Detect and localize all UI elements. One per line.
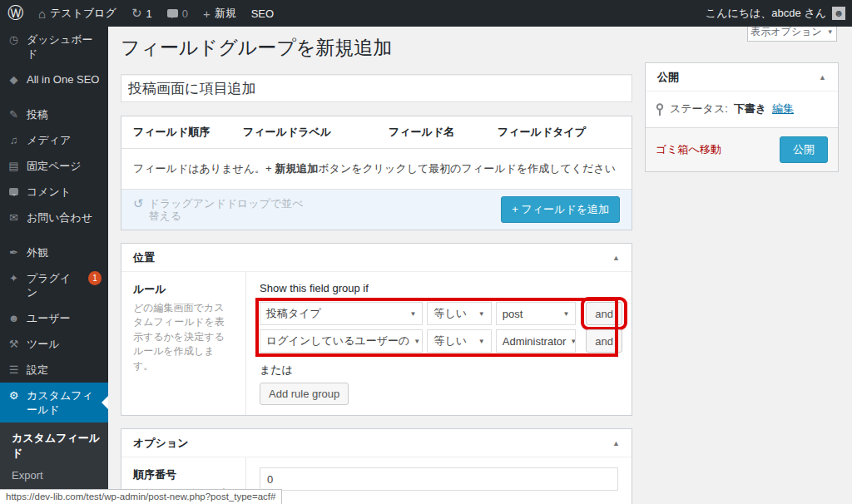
column-header-field-label: フィールドラベル [243,125,389,140]
updates-icon: ↻ [131,6,142,21]
rule1-value-select[interactable]: post ▼ [496,302,577,325]
wordpress-logo-menu[interactable]: Ⓦ [0,0,31,27]
collapse-panel-icon[interactable]: ▲ [819,73,826,82]
rule1-value: post [503,308,523,320]
sidebar-item-comments[interactable]: コメント [0,179,108,205]
media-icon: ♫ [7,133,20,147]
order-field-column [246,457,632,504]
publish-status-row: ステータス: 下書き 編集 [646,91,838,127]
home-icon: ⌂ [38,7,46,21]
rule2-operator-select[interactable]: 等しい ▼ [427,329,491,353]
location-panel-header[interactable]: 位置 ▲ [121,244,632,272]
rule1-param-value: 投稿タイプ [266,306,321,321]
options-panel-header[interactable]: オプション ▲ [121,429,632,457]
sidebar-item-aioseo[interactable]: ◆ All in One SEO [0,67,108,92]
sidebar-item-dashboard[interactable]: ◷ ダッシュボード [0,27,108,67]
sidebar-item-label: プラグイン [27,271,78,299]
drag-drop-hint-label: ドラッグアンドドロップで並べ替える [149,197,312,222]
admin-sidebar: ◷ ダッシュボード ◆ All in One SEO ✎ 投稿 ♫ メディア ▤… [0,27,108,504]
plugins-update-badge: 1 [88,271,102,285]
column-header-field-name: フィールド名 [389,125,498,140]
browser-link-preview: https://dev-lib.com/test/wp-admin/post-n… [0,489,282,504]
chevron-down-icon: ▼ [414,338,420,345]
user-greeting[interactable]: こんにちは、abcde さん [706,6,826,21]
pushpin-icon: ✎ [7,107,20,121]
sidebar-item-label: メディア [27,133,71,147]
sidebar-item-label: 設定 [27,363,48,377]
collapse-panel-icon[interactable]: ▲ [612,439,620,447]
comment-bubble-icon [7,185,20,199]
field-group-title-input[interactable] [121,74,632,102]
submenu-item-export[interactable]: Export [0,465,108,486]
seo-menu[interactable]: SEO [244,0,281,27]
publish-actions-row: ゴミ箱へ移動 公開 [646,127,838,171]
rule1-operator-select[interactable]: 等しい ▼ [427,302,491,325]
submenu-item-custom-fields[interactable]: カスタムフィールド [0,427,108,465]
sidebar-item-label: ダッシュボード [27,32,102,61]
sidebar-item-label: All in One SEO [27,72,99,86]
main-content: フィールドグループを新規追加 フィールド順序 フィールドラベル フィールド名 フ… [121,35,632,504]
rule2-value: Administrator [503,335,567,348]
status-value: 下書き [734,101,766,116]
rule1-and-button[interactable]: and [586,302,622,325]
rule2-value-select[interactable]: Administrator ▼ [496,329,577,353]
plus-icon: + [203,7,211,21]
no-fields-message-post: ボタンをクリックして最初のフィールドを作成してください [318,162,616,175]
sidebar-item-label: お問い合わせ [27,210,92,225]
rule2-operator-value: 等しい [433,334,467,348]
menu-separator [0,230,108,240]
updates-menu[interactable]: ↻ 1 [124,0,160,27]
collapse-panel-icon[interactable]: ▲ [612,254,620,262]
publish-button[interactable]: 公開 [780,136,828,163]
no-fields-message-bold: 新規追加 [275,162,318,175]
status-label: ステータス: [670,101,728,116]
drag-drop-hint: ↺ ドラッグアンドドロップで並べ替える [133,197,312,222]
add-rule-group-button[interactable]: Add rule group [260,383,349,405]
new-content-menu[interactable]: + 新規 [196,0,244,27]
sidebar-item-pages[interactable]: ▤ 固定ページ [0,153,108,179]
rule2-and-button[interactable]: and [586,329,622,353]
sidebar-item-label: 固定ページ [27,159,82,173]
publish-panel-header[interactable]: 公開 ▲ [646,63,838,91]
rule2-param-select[interactable]: ログインしているユーザーの ▼ [260,329,423,353]
publish-panel-title: 公開 [657,70,679,85]
fields-table-footer: ↺ ドラッグアンドドロップで並べ替える + フィールドを追加 [121,190,632,230]
sidebar-item-contact[interactable]: ✉ お問い合わせ [0,205,108,230]
chevron-down-icon: ▼ [562,310,569,318]
sidebar-item-custom-fields[interactable]: ⚙ カスタムフィールド [0,383,108,422]
edit-status-link[interactable]: 編集 [772,101,794,116]
sidebar-item-users[interactable]: ☻ ユーザー [0,305,108,331]
order-number-label: 順序番号 [133,467,234,482]
location-panel: 位置 ▲ ルール どの編集画面でカスタムフィールドを表示するかを決定するルールを… [121,243,632,416]
sidebar-item-tools[interactable]: ⚒ ツール [0,331,108,357]
order-number-input[interactable] [260,467,618,491]
publish-panel: 公開 ▲ ステータス: 下書き 編集 ゴミ箱へ移動 公開 [645,62,839,172]
site-name-menu[interactable]: ⌂ テストブログ [31,0,124,27]
fields-table-box: フィールド順序 フィールドラベル フィールド名 フィールドタイプ フィールドはあ… [121,116,632,230]
options-panel-title: オプション [133,436,189,451]
or-label: または [260,363,622,378]
move-to-trash-link[interactable]: ゴミ箱へ移動 [656,142,721,157]
comments-menu[interactable]: 0 [160,0,196,27]
sidebar-item-label: 外観 [27,245,48,259]
chevron-down-icon: ▼ [478,310,485,318]
sidebar-item-posts[interactable]: ✎ 投稿 [0,101,108,127]
sidebar-item-media[interactable]: ♫ メディア [0,127,108,153]
sidebar-item-label: 投稿 [27,107,48,121]
sidebar-item-settings[interactable]: ☰ 設定 [0,357,108,383]
add-field-button[interactable]: + フィールドを追加 [501,196,620,223]
gear-icon: ⚙ [7,388,20,403]
fields-table-header: フィールド順序 フィールドラベル フィールド名 フィールドタイプ [121,116,632,149]
avatar[interactable]: ☻ [832,7,845,20]
user-icon: ☻ [7,311,20,325]
sidebar-item-appearance[interactable]: ✒ 外観 [0,240,108,265]
no-fields-message-pre: フィールドはありません。+ [133,162,275,175]
shield-icon: ◆ [7,72,20,86]
sidebar-item-plugins[interactable]: ✦ プラグイン 1 [0,265,108,305]
envelope-icon: ✉ [7,210,20,225]
sidebar-item-label: コメント [27,185,71,199]
rules-description: どの編集画面でカスタムフィールドを表示するかを決定するルールを作成します。 [133,301,234,373]
rule1-param-select[interactable]: 投稿タイプ ▼ [260,302,423,325]
seo-label: SEO [251,7,274,20]
column-header-field-order: フィールド順序 [133,125,243,140]
